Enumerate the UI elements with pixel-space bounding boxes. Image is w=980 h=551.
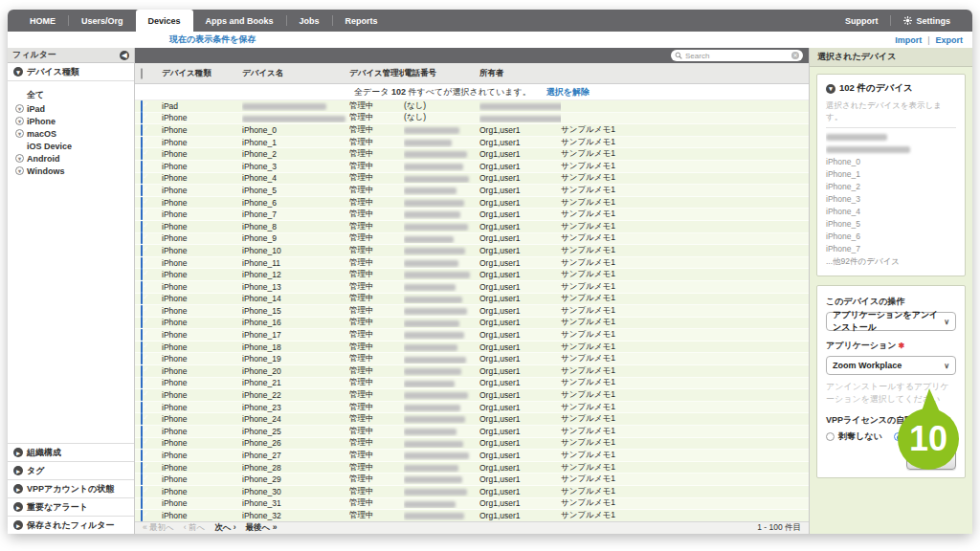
row-checkbox[interactable] [141,426,143,437]
table-row[interactable]: iPhoneiPhone_6管理中Org1,user1サンプルメモ1 [135,197,809,209]
row-checkbox[interactable] [141,232,143,244]
row-checkbox[interactable] [141,342,143,353]
table-row[interactable]: iPhoneiPhone_15管理中Org1,user1サンプルメモ1 [135,305,809,318]
table-row[interactable]: iPad管理中(なし) [135,100,809,113]
tree-expand-icon[interactable]: ▾ [15,117,24,125]
table-row[interactable]: iPhoneiPhone_18管理中Org1,user1サンプルメモ1 [135,342,809,354]
sidebar-item-ios-device[interactable]: iOS Device [8,140,134,152]
row-checkbox[interactable] [141,474,143,485]
row-checkbox[interactable] [141,137,143,148]
col-header-phone[interactable]: 電話番号 [404,68,479,79]
application-select[interactable]: Zoom Workplace ∨ [826,356,956,375]
row-checkbox[interactable] [141,305,143,317]
col-header-device-type[interactable]: デバイス種類 [162,68,242,79]
row-checkbox[interactable] [141,161,143,172]
table-row[interactable]: iPhoneiPhone_5管理中Org1,user1サンプルメモ1 [135,185,809,197]
table-row[interactable]: iPhoneiPhone_8管理中Org1,user1サンプルメモ1 [135,221,809,233]
table-row[interactable]: iPhoneiPhone_26管理中Org1,user1サンプルメモ1 [135,438,809,451]
table-row[interactable]: iPhoneiPhone_25管理中Org1,user1サンプルメモ1 [135,426,809,438]
row-checkbox[interactable] [141,413,143,425]
col-header-owner[interactable]: 所有者 [479,68,561,79]
row-checkbox[interactable] [141,185,143,196]
table-row[interactable]: iPhoneiPhone_16管理中Org1,user1サンプルメモ1 [135,318,809,330]
sidebar-section[interactable]: ▸重要なアラート [8,497,134,516]
table-row[interactable]: iPhoneiPhone_3管理中Org1,user1サンプルメモ1 [135,161,809,173]
row-checkbox[interactable] [141,365,143,377]
table-row[interactable]: iPhoneiPhone_20管理中Org1,user1サンプルメモ1 [135,365,809,378]
tree-expand-icon[interactable]: ▾ [15,104,24,113]
table-row[interactable]: iPhoneiPhone_21管理中Org1,user1サンプルメモ1 [135,378,809,390]
table-row[interactable]: iPhoneiPhone_0管理中Org1,user1サンプルメモ1 [135,124,809,137]
row-checkbox[interactable] [141,257,143,269]
table-row[interactable]: iPhone管理中(なし) [135,113,809,125]
sidebar-item-android[interactable]: ▾Android [8,152,134,165]
row-checkbox[interactable] [141,293,143,304]
device-count-toggle-icon[interactable]: ▾ [826,84,835,94]
table-row[interactable]: iPhoneiPhone_28管理中Org1,user1サンプルメモ1 [135,462,809,474]
tree-expand-icon[interactable]: ▾ [15,129,24,138]
clear-search-icon[interactable]: ✕ [791,52,799,59]
row-checkbox[interactable] [141,317,143,328]
table-row[interactable]: iPhoneiPhone_10管理中Org1,user1サンプルメモ1 [135,245,809,257]
nav-tab-apps-and-books[interactable]: Apps and Books [193,10,286,32]
table-row[interactable]: iPhoneiPhone_14管理中Org1,user1サンプルメモ1 [135,294,809,306]
table-row[interactable]: iPhoneiPhone_24管理中Org1,user1サンプルメモ1 [135,413,809,426]
vpp-radio-no[interactable]: 剥奪しない [826,430,882,443]
table-row[interactable]: iPhoneiPhone_4管理中Org1,user1サンプルメモ1 [135,173,809,186]
table-row[interactable]: iPhoneiPhone_19管理中Org1,user1サンプルメモ1 [135,353,809,365]
row-checkbox[interactable] [141,389,143,401]
search-input[interactable]: Search ✕ [671,50,803,61]
row-checkbox[interactable] [141,402,143,413]
page-first-link[interactable]: « 最初へ [143,522,174,534]
table-row[interactable]: iPhoneiPhone_17管理中Org1,user1サンプルメモ1 [135,329,809,342]
table-row[interactable]: iPhoneiPhone_22管理中Org1,user1サンプルメモ1 [135,389,809,402]
table-row[interactable]: iPhoneiPhone_13管理中Org1,user1サンプルメモ1 [135,281,809,294]
row-checkbox[interactable] [141,124,143,136]
collapse-sidebar-icon[interactable]: ◀ [120,51,129,60]
row-checkbox[interactable] [141,437,143,449]
table-row[interactable]: iPhoneiPhone_9管理中Org1,user1サンプルメモ1 [135,233,809,246]
nav-tab-devices[interactable]: Devices [136,10,193,32]
row-checkbox[interactable] [141,100,143,112]
nav-tab-users-org[interactable]: Users/Org [69,10,136,32]
table-row[interactable]: iPhoneiPhone_31管理中Org1,user1サンプルメモ1 [135,498,809,511]
row-checkbox[interactable] [141,148,143,160]
tree-expand-icon[interactable]: ▾ [15,166,24,175]
nav-tab-home[interactable]: HOME [17,10,68,32]
sidebar-item-windows[interactable]: ▾Windows [8,165,134,177]
table-row[interactable]: iPhoneiPhone_7管理中Org1,user1サンプルメモ1 [135,209,809,221]
save-current-filter-link[interactable]: 現在の表示条件を保存 [169,33,256,46]
col-header-device-name[interactable]: デバイス名 [242,68,349,79]
sidebar-section[interactable]: ▸保存されたフィルター [8,516,134,534]
sidebar-section-device-type[interactable]: ▾ デバイス種類 [8,63,134,81]
row-checkbox[interactable] [141,450,143,461]
sidebar-item-macos[interactable]: ▾macOS [8,127,134,140]
row-checkbox[interactable] [141,209,143,220]
sidebar-item-iphone[interactable]: ▾iPhone [8,115,134,127]
row-checkbox[interactable] [141,353,143,364]
row-checkbox[interactable] [141,172,143,184]
tree-expand-icon[interactable]: ▾ [15,154,24,163]
table-row[interactable]: iPhoneiPhone_32管理中Org1,user1サンプルメモ1 [135,510,809,521]
row-checkbox[interactable] [141,329,143,341]
row-checkbox[interactable] [141,497,143,509]
row-checkbox[interactable] [141,281,143,293]
nav-tab-jobs[interactable]: Jobs [287,10,332,32]
row-checkbox[interactable] [141,510,143,521]
sidebar-section[interactable]: ▸タグ [8,461,134,479]
row-checkbox[interactable] [141,377,143,388]
clear-selection-link[interactable]: 選択を解除 [546,86,590,99]
row-checkbox[interactable] [141,245,143,256]
nav-support[interactable]: Support [833,10,891,32]
select-all-checkbox[interactable] [141,68,143,79]
page-last-link[interactable]: 最後へ » [246,522,278,534]
nav-settings[interactable]: Settings [891,10,963,32]
row-checkbox[interactable] [141,269,143,280]
page-prev-link[interactable]: ‹ 前へ [184,522,205,534]
row-checkbox[interactable] [141,486,143,497]
table-row[interactable]: iPhoneiPhone_11管理中Org1,user1サンプルメモ1 [135,257,809,270]
export-link[interactable]: Export [935,35,963,45]
table-row[interactable]: iPhoneiPhone_1管理中Org1,user1サンプルメモ1 [135,137,809,149]
table-row[interactable]: iPhoneiPhone_12管理中Org1,user1サンプルメモ1 [135,269,809,281]
sidebar-section[interactable]: ▸VPPアカウントの状態 [8,479,134,497]
